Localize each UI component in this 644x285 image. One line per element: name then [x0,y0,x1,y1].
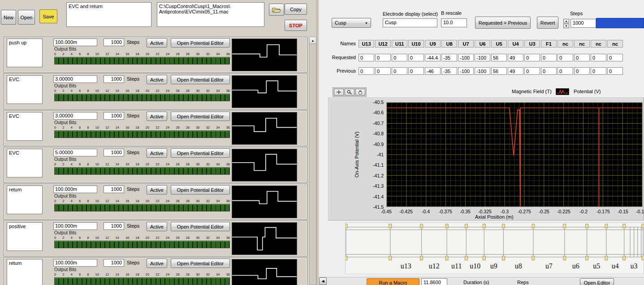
open-potential-editor-button[interactable]: Open Potential Editor [171,222,230,231]
new-button[interactable]: New [1,10,16,25]
macro-step-name-field[interactable]: return [7,259,43,285]
pan-tool-button[interactable] [355,89,365,95]
macro-step-value-field[interactable]: 100.000m [53,222,97,230]
open-potential-editor-button[interactable]: Open Potential Editor [171,259,230,268]
previous-cell[interactable]: -100 [475,67,490,75]
open-potential-editor-button[interactable]: Open Potential Editor [171,148,230,158]
potential-plot[interactable] [386,102,643,207]
requested-cell[interactable]: 0 [591,54,606,61]
scroll-up-button[interactable]: ▲ [310,37,316,44]
previous-cell[interactable]: 0 [607,67,623,75]
macro-path-field[interactable]: C:\CuspControl\Cusp\1_Macros\ Antiproton… [157,2,264,27]
previous-cell[interactable]: 0 [541,67,557,75]
requested-cell[interactable]: 56 [491,54,507,61]
previous-cell[interactable]: 0 [524,67,540,75]
macro-step-count-field[interactable]: 1000 [104,39,124,46]
macro-name-field[interactable]: EVC and return [66,2,151,27]
duration-field[interactable]: 11.8600 [421,278,447,285]
save-button[interactable]: Save [39,9,57,23]
active-button[interactable]: Active [147,185,167,194]
requested-cell[interactable]: 0 [359,54,374,61]
macro-step-name-field[interactable]: EVC [7,75,43,104]
requested-cell[interactable]: -100 [475,54,490,61]
potential-legend-label[interactable]: Potential (V) [574,89,601,94]
macro-step-value-field[interactable]: 100.000m [53,259,97,267]
spinner-up-icon[interactable]: ▲ [563,19,569,23]
previous-cell[interactable]: -100 [458,67,474,75]
macro-step-count-field[interactable]: 1000 [104,222,124,230]
requested-cell[interactable]: 0 [541,54,557,61]
potential-legend-sample-icon[interactable] [556,88,569,95]
requested-cell[interactable]: 0 [574,54,590,61]
requested-cell[interactable]: 0 [392,54,407,61]
macro-step-value-field[interactable]: 100.000m [53,39,97,46]
open-potential-editor-button[interactable]: Open Potential Editor [171,112,230,121]
previous-cell[interactable]: -46 [425,67,441,75]
previous-cell[interactable]: 0 [558,67,573,75]
open-potential-editor-button[interactable]: Open Potential Editor [171,185,230,194]
requested-cell[interactable]: -44.4 [425,54,441,61]
output-bits-led-bar [54,277,230,285]
active-button[interactable]: Active [147,75,167,84]
previous-cell[interactable]: 49 [508,67,523,75]
previous-cell[interactable]: 0 [392,67,407,75]
previous-cell[interactable]: 0 [359,67,374,75]
revert-button[interactable]: Revert [537,17,558,29]
active-button[interactable]: Active [147,112,167,121]
browse-file-button[interactable] [269,4,284,16]
previous-cell[interactable]: 56 [491,67,507,75]
requested-cell[interactable]: -35 [441,54,457,61]
macro-step-count-field[interactable]: 1000 [104,75,124,83]
macro-step-name-field[interactable]: EVC [7,112,43,141]
macro-step-value-field[interactable]: 5.00000 [53,149,97,156]
macro-step-count-field[interactable]: 1000 [104,186,124,193]
previous-cell[interactable]: 0 [574,67,590,75]
requested-equals-previous-button[interactable]: Requested = Previous [475,17,531,29]
macro-step-count-field[interactable]: 1000 [104,259,124,267]
active-button[interactable]: Active [147,222,167,231]
previous-cell[interactable]: 0 [375,67,391,75]
electrode-display-value[interactable]: Cusp [383,18,437,27]
run-a-macro-button[interactable]: Run a Macro [367,278,419,285]
open-potential-editor-button[interactable]: Open Potential Editor [171,75,230,84]
requested-cell[interactable]: 0 [558,54,573,61]
requested-cell[interactable]: -100 [458,54,474,61]
macro-step-name-field[interactable]: EVC [7,149,43,177]
stop-button[interactable]: STOP [285,20,307,31]
zoom-tool-button[interactable] [345,89,354,95]
spinner-down-icon[interactable]: ▼ [563,24,569,28]
open-button[interactable]: Open [18,10,35,25]
macro-step-count-field[interactable]: 1000 [104,112,124,120]
macro-step-count-field[interactable]: 1000 [104,149,124,156]
requested-cell[interactable]: 49 [508,54,523,61]
copy-button[interactable]: Copy [285,4,307,15]
scroll-left-button[interactable]: ◀ [319,277,327,285]
open-editor-button[interactable]: Open Editor [580,278,614,285]
requested-cell[interactable]: 0 [524,54,540,61]
requested-cell[interactable]: 0 [607,54,623,61]
macro-list-scrollbar[interactable]: ▲ [309,37,316,285]
macro-step-value-field[interactable]: 100.000m [53,186,97,193]
preset-dropdown[interactable]: Cusp ▼ [332,18,371,28]
crosshair-tool-button[interactable] [334,89,344,95]
macro-step-name-field[interactable]: positive [7,222,43,251]
steps-spinner[interactable]: ▲ ▼ [563,19,569,28]
previous-cell[interactable]: 0 [591,67,606,75]
b-rescale-field[interactable]: 10.0 [441,18,467,27]
macro-step-name-field[interactable]: push up [7,39,43,67]
magnetic-field-legend-label[interactable]: Magnetic Field (T) [512,89,552,94]
active-button[interactable]: Active [147,38,167,48]
previous-cell[interactable]: 0 [408,67,424,75]
previous-cell[interactable]: -35 [441,67,457,75]
macro-step-name-field[interactable]: return [7,186,43,214]
requested-cell[interactable]: 0 [408,54,424,61]
svg-text:u9: u9 [490,262,497,270]
requested-cell[interactable]: 0 [375,54,391,61]
active-button[interactable]: Active [147,259,167,268]
active-button[interactable]: Active [147,148,167,158]
open-potential-editor-button[interactable]: Open Potential Editor [171,38,230,48]
macro-step-value-field[interactable]: 3.00000 [53,112,97,120]
steps-field[interactable]: 1000 [571,19,596,28]
waveform-preview [232,39,297,71]
macro-step-value-field[interactable]: 3.00000 [53,75,97,83]
